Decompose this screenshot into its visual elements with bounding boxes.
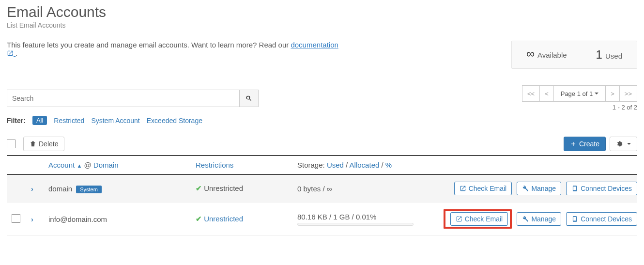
manage-button[interactable]: Manage (517, 182, 561, 195)
check-email-button[interactable]: Check Email (454, 182, 512, 195)
pager: << < Page 1 of 1 > >> (522, 85, 637, 102)
col-account[interactable]: Account (48, 161, 75, 169)
check-icon: ✔ (196, 215, 202, 223)
col-domain[interactable]: Domain (93, 161, 119, 169)
stat-available: ∞ Available (512, 41, 582, 68)
create-button[interactable]: Create (564, 137, 606, 151)
row-checkbox[interactable] (12, 214, 20, 223)
check-email-button[interactable]: Check Email (450, 212, 508, 226)
external-link-icon (460, 185, 466, 192)
storage-bar (297, 223, 414, 226)
pager-last[interactable]: >> (619, 85, 637, 102)
col-storage-allocated[interactable]: Allocated (350, 161, 380, 169)
connect-devices-button[interactable]: Connect Devices (566, 182, 637, 195)
col-at: @ (84, 161, 91, 169)
col-storage-used[interactable]: Used (327, 161, 344, 169)
plus-icon (570, 140, 577, 147)
pager-first[interactable]: << (522, 85, 540, 102)
delete-button[interactable]: Delete (23, 137, 64, 151)
phone-icon (571, 216, 578, 222)
col-storage-label: Storage: (297, 161, 325, 169)
pager-info[interactable]: Page 1 of 1 (553, 85, 606, 102)
filter-row: Filter: All Restricted System Account Ex… (7, 116, 637, 125)
restriction-value: Unrestricted (204, 184, 243, 192)
settings-menu-button[interactable] (610, 137, 637, 151)
restriction-value[interactable]: Unrestricted (204, 215, 243, 223)
search-icon (245, 95, 252, 102)
page-title: Email Accounts (7, 4, 637, 20)
storage-text: 80.16 KB / 1 GB / 0.01% (297, 213, 376, 221)
table-header: Account ▲ @ Domain Restrictions Storage:… (7, 156, 637, 175)
wrench-icon (522, 185, 529, 192)
pager-range: 1 - 2 of 2 (522, 104, 637, 111)
gear-icon (616, 140, 623, 147)
search-group (7, 90, 259, 107)
manage-button[interactable]: Manage (517, 212, 561, 226)
intro-prefix: This feature lets you create and manage … (7, 41, 291, 49)
pager-next[interactable]: > (605, 85, 620, 102)
expand-chevron-icon[interactable]: › (31, 216, 33, 223)
stat-available-label: Available (537, 51, 567, 59)
intro-text: This feature lets you create and manage … (7, 41, 346, 57)
search-button[interactable] (239, 90, 259, 107)
filter-all[interactable]: All (32, 116, 47, 125)
external-link-icon (7, 50, 14, 57)
account-name: domain (48, 185, 72, 193)
page-subtitle: List Email Accounts (7, 21, 637, 29)
filter-label: Filter: (7, 117, 26, 125)
filter-exceeded[interactable]: Exceeded Storage (147, 117, 202, 125)
table-row: ›info@domain.com✔ Unrestricted80.16 KB /… (7, 203, 637, 236)
col-restrictions[interactable]: Restrictions (196, 161, 233, 169)
expand-chevron-icon[interactable]: › (31, 185, 33, 193)
stat-available-value: ∞ (526, 48, 535, 60)
system-badge: System (76, 186, 102, 193)
trash-icon (30, 140, 36, 147)
account-name: info@domain.com (48, 215, 107, 223)
sort-caret-icon: ▲ (77, 163, 82, 169)
stat-used-label: Used (605, 52, 622, 60)
wrench-icon (522, 216, 529, 222)
stat-used-value: 1 (596, 48, 602, 62)
external-link-icon (456, 216, 462, 222)
intro-suffix: . (15, 49, 17, 57)
highlight-box: Check Email (444, 209, 512, 229)
connect-devices-button[interactable]: Connect Devices (566, 212, 637, 226)
table-row: ›domainSystem✔ Unrestricted0 bytes / ∞ C… (7, 175, 637, 203)
col-storage-percent[interactable]: % (385, 161, 392, 169)
filter-system[interactable]: System Account (91, 117, 139, 125)
select-all-checkbox[interactable] (7, 140, 15, 148)
filter-restricted[interactable]: Restricted (54, 117, 84, 125)
storage-text: 0 bytes / ∞ (297, 185, 332, 193)
phone-icon (571, 185, 578, 192)
stats-box: ∞ Available 1 Used (511, 41, 637, 69)
check-icon: ✔ (196, 184, 202, 192)
search-input[interactable] (7, 90, 239, 107)
stat-used: 1 Used (582, 41, 637, 68)
pager-prev[interactable]: < (539, 85, 554, 102)
